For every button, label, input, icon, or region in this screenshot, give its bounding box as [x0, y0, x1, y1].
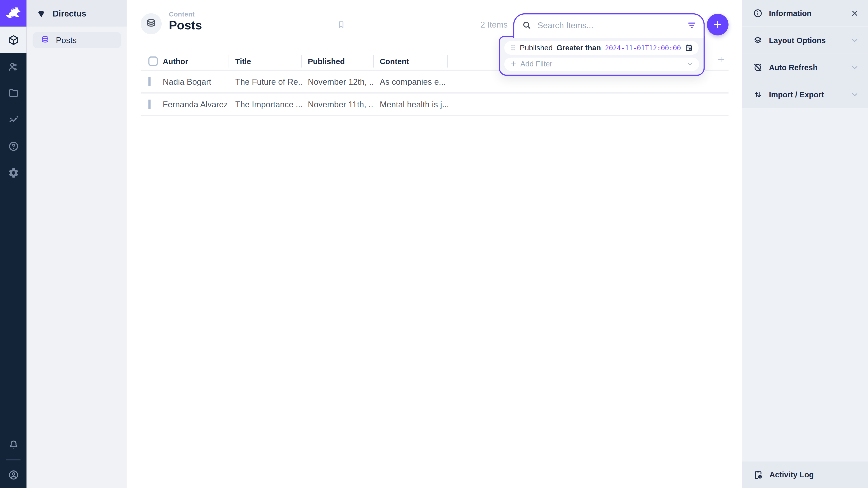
chevron-down-icon	[850, 63, 859, 72]
layers-icon	[753, 35, 763, 45]
search-icon	[522, 20, 532, 31]
user-directory-icon	[7, 61, 19, 72]
activity-log-icon	[753, 469, 764, 480]
cell-content: As companies e...	[374, 77, 448, 86]
file-library-icon	[7, 87, 19, 99]
column-header-title[interactable]: Title	[229, 53, 302, 70]
item-count: 2 Items	[457, 20, 507, 29]
sidebar-section-auto-refresh[interactable]: Auto Refresh	[742, 54, 868, 81]
calendar-icon[interactable]	[685, 43, 693, 52]
row-checkbox[interactable]	[148, 77, 151, 86]
filter-field[interactable]: Published	[520, 43, 553, 52]
module-insights[interactable]	[0, 106, 27, 133]
add-filter-button[interactable]: Add Filter	[504, 57, 699, 71]
table-row[interactable]: Fernanda Alvarez The Importance ... Nove…	[141, 94, 728, 116]
breadcrumb: Content	[169, 11, 195, 18]
database-icon	[146, 18, 157, 29]
filter-operator[interactable]: Greater than	[557, 43, 601, 52]
module-content[interactable]	[0, 27, 27, 53]
select-all-checkbox[interactable]	[148, 57, 158, 66]
notifications-button[interactable]	[0, 431, 27, 458]
module-settings[interactable]	[0, 159, 27, 186]
cell-published: November 11th, ...	[302, 100, 374, 109]
activity-log-label: Activity Log	[770, 470, 814, 479]
settings-icon	[7, 167, 19, 178]
cell-author: Nadia Bogart	[163, 77, 229, 86]
database-icon	[40, 35, 50, 45]
column-header-author[interactable]: Author	[163, 53, 229, 70]
module-user-directory[interactable]	[0, 53, 27, 80]
filter-rule[interactable]: Published Greater than 2024-11-01T12:00:…	[504, 41, 699, 55]
module-bar-divider	[6, 459, 21, 460]
main-content: Content Posts 2 Items	[127, 0, 742, 488]
module-bar	[0, 0, 27, 488]
project-header[interactable]: Directus	[27, 0, 127, 27]
auto-refresh-off-icon	[753, 63, 763, 72]
directus-logo[interactable]	[0, 0, 27, 27]
sidebar-item-posts[interactable]: Posts	[33, 32, 121, 48]
directus-app: Directus Posts Content	[0, 0, 868, 488]
account-button[interactable]	[0, 461, 27, 488]
filter-value[interactable]: 2024-11-01T12:00:00	[605, 43, 681, 52]
select-all-cell	[141, 53, 163, 70]
project-name: Directus	[53, 8, 86, 18]
sidebar-section-import-export[interactable]: Import / Export	[742, 81, 868, 108]
right-sidebar: Information Layout Options	[742, 0, 868, 488]
cell-content: Mental health is j...	[374, 100, 448, 109]
module-help[interactable]	[0, 133, 27, 160]
section-label: Import / Export	[769, 90, 824, 99]
create-item-button[interactable]	[707, 14, 728, 35]
notifications-icon	[7, 439, 19, 451]
fan-icon	[36, 8, 46, 19]
insights-icon	[7, 113, 19, 125]
activity-log-button[interactable]: Activity Log	[742, 461, 868, 488]
column-header-content[interactable]: Content	[374, 53, 448, 70]
chevron-down-icon	[850, 36, 859, 45]
close-icon[interactable]	[850, 9, 859, 18]
navigation-sidebar: Directus Posts	[27, 0, 127, 488]
chevron-down-icon	[850, 90, 859, 99]
directus-rabbit-icon	[4, 4, 23, 23]
content-module-icon	[7, 34, 19, 46]
filter-icon[interactable]	[686, 20, 697, 31]
plus-icon	[712, 20, 723, 30]
cell-author: Fernanda Alvarez	[163, 100, 229, 109]
search-input[interactable]	[536, 20, 682, 31]
sidebar-section-information[interactable]: Information	[742, 0, 868, 27]
import-export-icon	[753, 90, 763, 100]
search-bar	[513, 13, 705, 38]
chevron-down-icon	[686, 60, 694, 68]
info-icon	[753, 8, 763, 18]
sidebar-section-layout-options[interactable]: Layout Options	[742, 27, 868, 54]
filter-panel: Published Greater than 2024-11-01T12:00:…	[499, 36, 705, 76]
cell-title: The Importance ...	[229, 100, 302, 109]
section-label: Information	[769, 9, 812, 18]
page-title: Posts	[169, 18, 202, 33]
column-header-published[interactable]: Published	[302, 53, 374, 70]
module-file-library[interactable]	[0, 80, 27, 106]
cell-published: November 12th, ...	[302, 77, 374, 86]
bookmark-icon[interactable]	[337, 20, 346, 29]
help-icon	[7, 140, 19, 152]
add-filter-label: Add Filter	[520, 60, 553, 68]
account-icon	[7, 469, 19, 481]
module-bar-spacer	[0, 186, 27, 431]
plus-icon	[510, 61, 517, 68]
row-checkbox[interactable]	[148, 100, 151, 109]
sidebar-item-label: Posts	[56, 35, 76, 45]
collection-icon-circle	[141, 13, 162, 34]
section-label: Auto Refresh	[769, 63, 817, 72]
section-label: Layout Options	[769, 36, 826, 45]
cell-title: The Future of Re...	[229, 77, 302, 86]
drag-handle-icon[interactable]	[510, 44, 516, 51]
